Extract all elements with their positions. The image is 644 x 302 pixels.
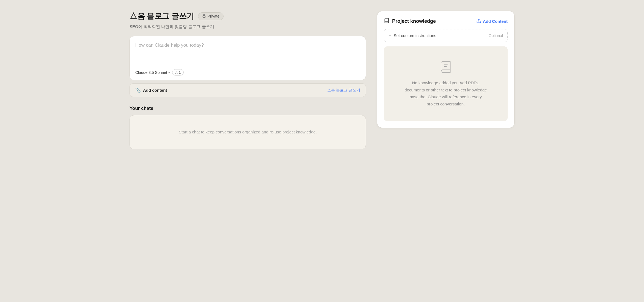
chat-textarea[interactable] <box>135 42 360 64</box>
custom-instructions-label: Set custom instructions <box>394 33 436 38</box>
book-icon <box>384 18 389 25</box>
add-content-bar: 📎 Add content △음 블로그 글쓰기 <box>130 83 366 97</box>
private-label: Private <box>208 14 220 18</box>
private-badge[interactable]: Private <box>198 12 224 20</box>
right-column: Project knowledge Add Content <box>377 11 514 128</box>
knowledge-title: Project knowledge <box>384 18 436 25</box>
user-count-label: 1 <box>179 70 181 74</box>
knowledge-panel: Project knowledge Add Content <box>377 11 514 128</box>
chat-input-container: Claude 3.5 Sonnet ▾ △ 1 <box>130 36 366 80</box>
custom-instructions-button[interactable]: + Set custom instructions Optional <box>384 29 508 42</box>
model-selector-button[interactable]: Claude 3.5 Sonnet ▾ <box>135 70 170 75</box>
optional-label: Optional <box>489 33 503 38</box>
model-selector: Claude 3.5 Sonnet ▾ △ 1 <box>135 69 184 76</box>
your-chats-title: Your chats <box>130 106 366 111</box>
chat-footer: Claude 3.5 Sonnet ▾ △ 1 <box>135 69 360 76</box>
your-chats-section: Your chats Start a chat to keep conversa… <box>130 106 366 149</box>
project-title: △음 블로그 글쓰기 <box>130 11 194 21</box>
custom-instructions-left: + Set custom instructions <box>389 33 436 38</box>
add-content-label: Add content <box>143 88 167 93</box>
knowledge-empty-text: No knowledge added yet. Add PDFs, docume… <box>404 79 487 107</box>
upload-icon <box>476 18 481 24</box>
knowledge-empty-book-icon <box>392 60 499 74</box>
left-column: △음 블로그 글쓰기 Private SEO에 최적화된 나만의 맞춤형 블로그… <box>130 11 366 149</box>
knowledge-panel-title: Project knowledge <box>392 18 436 24</box>
add-content-button[interactable]: 📎 Add content <box>135 88 167 93</box>
plus-icon: + <box>389 33 392 38</box>
project-subtitle: SEO에 최적화된 나만의 맞춤형 블로그 글쓰기 <box>130 24 366 29</box>
user-icon: △ <box>175 71 178 74</box>
add-content-knowledge-button[interactable]: Add Content <box>476 18 508 24</box>
knowledge-empty-area: No knowledge added yet. Add PDFs, docume… <box>384 46 508 121</box>
add-content-knowledge-label: Add Content <box>483 19 508 24</box>
svg-rect-0 <box>203 16 205 18</box>
user-count-badge[interactable]: △ 1 <box>172 69 184 76</box>
empty-chats-message: Start a chat to keep conversations organ… <box>179 130 317 134</box>
knowledge-header: Project knowledge Add Content <box>384 18 508 25</box>
project-header: △음 블로그 글쓰기 Private <box>130 11 366 21</box>
chevron-down-icon: ▾ <box>168 71 170 74</box>
lock-icon <box>202 14 206 19</box>
model-name-label: Claude 3.5 Sonnet <box>135 70 167 75</box>
project-link[interactable]: △음 블로그 글쓰기 <box>327 88 360 93</box>
empty-chats-box: Start a chat to keep conversations organ… <box>130 115 366 149</box>
paperclip-icon: 📎 <box>135 88 141 93</box>
